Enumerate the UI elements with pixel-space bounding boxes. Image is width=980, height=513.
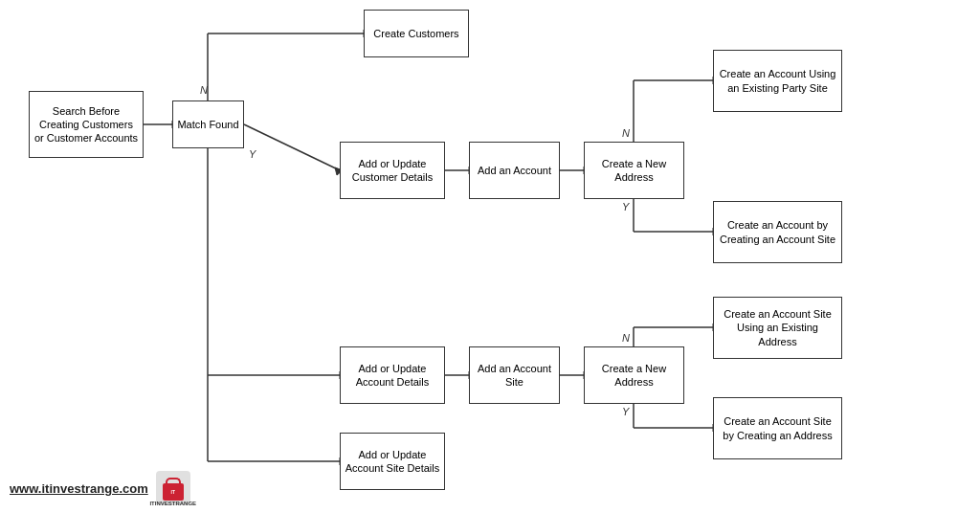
svg-line-5 [244,124,340,170]
logo-label: ITINVESTRANGE [149,501,196,506]
match-found-box: Match Found [172,100,244,148]
add-update-account-site-box: Add or Update Account Site Details [340,433,445,490]
label-n-address-bot: N [622,332,630,344]
diagram-container: Search Before Creating Customers or Cust… [0,0,980,513]
search-box: Search Before Creating Customers or Cust… [29,91,144,158]
label-y-address-bot: Y [622,406,629,417]
label-n-top: N [200,84,208,96]
watermark: www.itinvestrange.com IT ITINVESTRANGE [10,471,190,505]
label-y-address-top: Y [622,201,629,212]
create-new-address-top-box: Create a New Address [584,142,684,199]
add-update-customer-box: Add or Update Customer Details [340,142,445,199]
add-account-box: Add an Account [469,142,560,199]
add-update-account-box: Add or Update Account Details [340,346,445,404]
create-new-address-bot-box: Create a New Address [584,346,684,404]
account-site-address-box: Create an Account Site by Creating an Ad… [713,397,842,459]
watermark-logo: IT ITINVESTRANGE [156,471,190,505]
account-site-existing-box: Create an Account Site Using an Existing… [713,297,842,359]
account-by-site-box: Create an Account by Creating an Account… [713,201,842,263]
label-y-top: Y [249,148,256,160]
label-n-address-top: N [622,127,630,139]
existing-party-site-box: Create an Account Using an Existing Part… [713,50,842,112]
create-customers-box: Create Customers [364,10,469,57]
watermark-url: www.itinvestrange.com [10,481,148,496]
add-account-site-box: Add an Account Site [469,346,560,404]
